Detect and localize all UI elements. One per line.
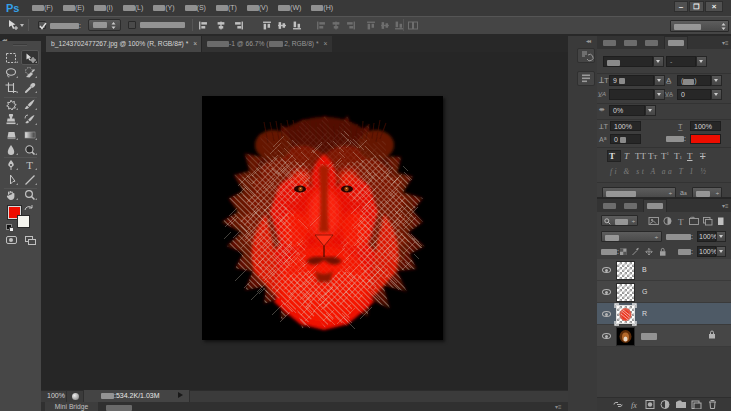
svg-text:T: T bbox=[678, 217, 684, 227]
svg-text:T: T bbox=[26, 159, 33, 171]
svg-text:fx: fx bbox=[631, 401, 637, 410]
